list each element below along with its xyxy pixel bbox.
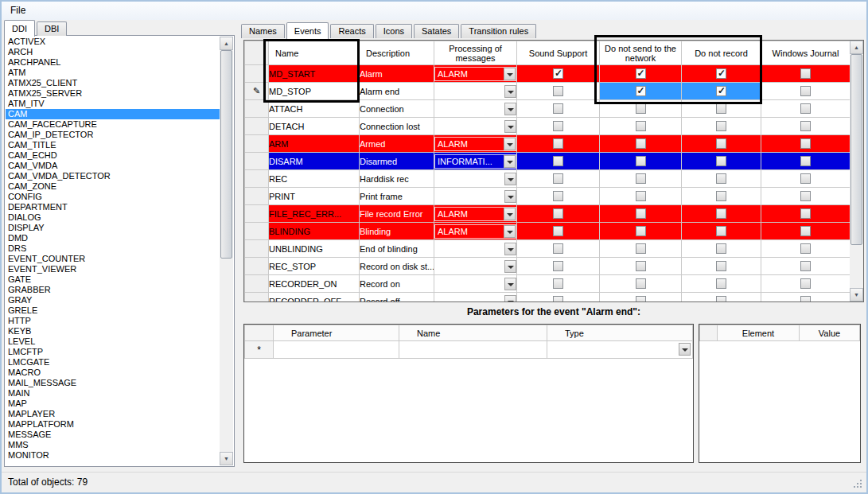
param-type-cell[interactable] xyxy=(547,341,693,359)
sound-support-checkbox[interactable] xyxy=(553,68,563,79)
do-not-record-checkbox[interactable] xyxy=(716,86,726,96)
event-name-cell[interactable]: RECORDER_OFF xyxy=(269,293,360,303)
sound-support-checkbox[interactable] xyxy=(553,103,563,114)
event-description-cell[interactable]: Disarmed xyxy=(360,153,434,170)
event-name-cell[interactable]: MD_START xyxy=(269,65,360,83)
list-item[interactable]: ATMX25_CLIENT xyxy=(6,78,220,88)
list-item[interactable]: ARCH xyxy=(6,47,220,57)
do-not-send-network-checkbox[interactable] xyxy=(636,173,646,184)
list-item[interactable]: MACRO xyxy=(6,368,220,378)
windows-journal-checkbox[interactable] xyxy=(800,296,811,302)
processing-combobox[interactable] xyxy=(434,84,516,99)
list-item[interactable]: CAM_VMDA xyxy=(6,161,220,171)
list-item[interactable]: ARCHPANEL xyxy=(6,57,220,68)
event-description-cell[interactable]: End of blinding xyxy=(360,240,434,258)
param-name-cell[interactable] xyxy=(399,341,547,359)
windows-journal-checkbox[interactable] xyxy=(800,243,811,254)
sound-support-checkbox[interactable] xyxy=(553,226,563,236)
do-not-record-checkbox[interactable] xyxy=(716,103,726,114)
list-item[interactable]: DMD xyxy=(6,233,220,243)
row-select-header[interactable] xyxy=(245,275,269,293)
list-item[interactable]: DEPARTMENT xyxy=(6,202,220,212)
list-item[interactable]: MAPPLATFORM xyxy=(6,419,220,430)
list-item[interactable]: CAM_ECHD xyxy=(6,150,220,161)
processing-cell[interactable] xyxy=(434,83,517,100)
dropdown-arrow-icon[interactable] xyxy=(504,173,516,185)
tab-reacts[interactable]: Reacts xyxy=(330,24,373,38)
list-item[interactable]: KEYB xyxy=(6,326,220,336)
resize-grip[interactable] xyxy=(860,486,862,488)
sound-support-checkbox[interactable] xyxy=(553,208,563,219)
event-description-cell[interactable]: Record on xyxy=(360,275,434,293)
event-description-cell[interactable]: Armed xyxy=(360,135,434,153)
windows-journal-checkbox[interactable] xyxy=(800,226,811,236)
processing-combobox[interactable] xyxy=(434,102,516,116)
sound-support-checkbox[interactable] xyxy=(553,156,563,166)
processing-cell[interactable]: ALARM xyxy=(434,205,517,223)
scroll-up-button[interactable]: ▲ xyxy=(220,37,233,50)
list-item[interactable]: MAP xyxy=(6,399,220,409)
do-not-send-network-checkbox[interactable] xyxy=(636,261,646,271)
do-not-send-network-checkbox[interactable] xyxy=(636,226,646,236)
processing-combobox[interactable]: ALARM xyxy=(434,137,516,151)
row-select-header[interactable] xyxy=(245,118,269,135)
event-description-cell[interactable]: Blinding xyxy=(360,223,434,240)
event-description-cell[interactable]: File record Error xyxy=(360,205,434,223)
event-name-cell[interactable]: BLINDING xyxy=(269,223,360,240)
windows-journal-checkbox[interactable] xyxy=(800,261,811,271)
list-item[interactable]: ATMX25_SERVER xyxy=(6,88,220,99)
row-select-header[interactable] xyxy=(245,135,269,153)
events-scroll-down-button[interactable]: ▼ xyxy=(850,288,863,301)
row-select-header[interactable] xyxy=(245,258,269,275)
list-item[interactable]: ATM_ITV xyxy=(6,99,220,109)
do-not-record-checkbox[interactable] xyxy=(716,278,726,289)
windows-journal-checkbox[interactable] xyxy=(800,208,811,219)
row-select-header[interactable] xyxy=(245,188,269,205)
do-not-record-checkbox[interactable] xyxy=(716,208,726,219)
sound-support-checkbox[interactable] xyxy=(553,191,563,201)
dropdown-arrow-icon[interactable] xyxy=(504,155,516,168)
menu-file[interactable]: File xyxy=(2,2,34,16)
processing-cell[interactable] xyxy=(434,275,517,293)
event-name-cell[interactable]: RECORDER_ON xyxy=(269,275,360,293)
do-not-send-network-checkbox[interactable] xyxy=(636,278,646,289)
event-name-cell[interactable]: REC xyxy=(269,170,360,188)
do-not-send-network-checkbox[interactable] xyxy=(636,191,646,201)
processing-combobox[interactable]: ALARM xyxy=(434,67,516,81)
windows-journal-checkbox[interactable] xyxy=(800,121,811,131)
list-item[interactable]: ACTIVEX xyxy=(6,37,220,47)
row-select-header[interactable] xyxy=(245,205,269,223)
do-not-record-checkbox[interactable] xyxy=(716,68,726,79)
events-scrollbar[interactable]: ▲ ▼ xyxy=(850,41,863,301)
dropdown-arrow-icon[interactable] xyxy=(504,208,516,220)
processing-combobox[interactable] xyxy=(434,172,516,186)
processing-cell[interactable] xyxy=(434,240,517,258)
dropdown-arrow-icon[interactable] xyxy=(504,295,516,303)
processing-combobox[interactable] xyxy=(434,294,516,303)
event-description-cell[interactable]: Alarm xyxy=(360,65,434,83)
processing-cell[interactable]: ALARM xyxy=(434,223,517,240)
list-item[interactable]: CAM_ZONE xyxy=(6,181,220,192)
list-item[interactable]: MAIN xyxy=(6,388,220,399)
list-item[interactable]: GRELE xyxy=(6,305,220,316)
sound-support-checkbox[interactable] xyxy=(553,243,563,254)
row-select-header[interactable] xyxy=(245,240,269,258)
do-not-record-checkbox[interactable] xyxy=(716,138,726,149)
dropdown-arrow-icon[interactable] xyxy=(504,85,516,98)
event-description-cell[interactable]: Harddisk rec xyxy=(360,170,434,188)
processing-combobox[interactable]: ALARM xyxy=(434,207,516,221)
list-item[interactable]: LMCFTP xyxy=(6,347,220,357)
do-not-record-checkbox[interactable] xyxy=(716,296,726,302)
do-not-record-checkbox[interactable] xyxy=(716,243,726,254)
event-name-cell[interactable]: ATTACH xyxy=(269,100,360,118)
list-item[interactable]: LMCGATE xyxy=(6,357,220,368)
scroll-down-button[interactable]: ▼ xyxy=(220,452,233,465)
row-select-header[interactable] xyxy=(245,293,269,303)
list-item[interactable]: DIALOG xyxy=(6,212,220,223)
list-item[interactable]: CAM_TITLE xyxy=(6,140,220,150)
windows-journal-checkbox[interactable] xyxy=(800,278,811,289)
list-item[interactable]: MESSAGE xyxy=(6,430,220,440)
list-item[interactable]: CAM xyxy=(6,109,220,119)
row-select-header[interactable] xyxy=(245,170,269,188)
object-list-scrollbar[interactable]: ▲ ▼ xyxy=(220,37,233,465)
